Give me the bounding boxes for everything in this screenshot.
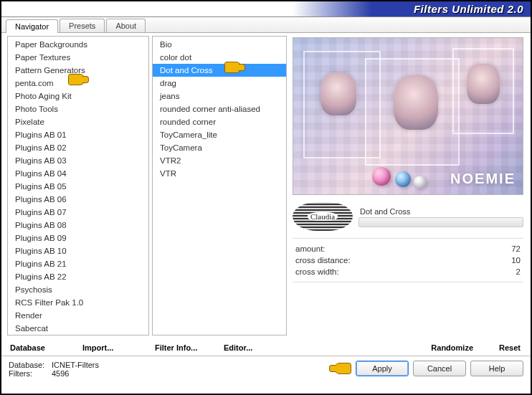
- filter-item[interactable]: VTR2: [153, 154, 286, 167]
- category-item[interactable]: Plugins AB 03: [8, 154, 148, 167]
- category-item[interactable]: Plugins AB 05: [8, 180, 148, 193]
- category-item[interactable]: Plugins AB 04: [8, 167, 148, 180]
- tab-presets[interactable]: Presets: [60, 19, 105, 32]
- filter-item[interactable]: color dot: [153, 51, 286, 64]
- param-header: Claudia Dot and Cross: [293, 201, 523, 232]
- category-item[interactable]: Photo Aging Kit: [8, 90, 148, 103]
- category-item[interactable]: penta.com: [8, 77, 148, 90]
- filter-item[interactable]: Bio: [153, 38, 286, 51]
- editor-button[interactable]: Editor...: [221, 341, 287, 354]
- category-item[interactable]: Plugins AB 01: [8, 128, 148, 141]
- category-column: Paper BackgroundsPaper TexturesPattern G…: [7, 36, 149, 356]
- param-value: 72: [511, 244, 521, 253]
- filter-item[interactable]: ToyCamera_lite: [153, 128, 286, 141]
- category-item[interactable]: Plugins AB 08: [8, 219, 148, 232]
- category-item[interactable]: Plugins AB 09: [8, 232, 148, 244]
- filters-count-value: 4596: [52, 369, 69, 378]
- category-item[interactable]: Plugins AB 07: [8, 206, 148, 219]
- app-title: Filters Unlimited 2.0: [414, 3, 523, 15]
- param-value: 10: [511, 256, 521, 265]
- category-item[interactable]: Photo Tools: [8, 103, 148, 115]
- filter-info-button[interactable]: Filter Info...: [152, 341, 218, 354]
- param-title: Dot and Cross: [358, 206, 523, 217]
- filter-list[interactable]: Biocolor dotDot and Crossdragjeansrounde…: [152, 36, 287, 335]
- filters-count-label: Filters:: [9, 369, 52, 378]
- separator: [293, 282, 523, 282]
- param-label: amount:: [295, 244, 326, 253]
- apply-button[interactable]: Apply: [356, 361, 409, 376]
- filter-item[interactable]: drag: [153, 77, 286, 90]
- preview-watermark: NOEMIE: [450, 171, 516, 187]
- filter-item[interactable]: Dot and Cross: [153, 64, 286, 77]
- randomize-button[interactable]: Randomize: [428, 341, 476, 354]
- param-progress: [358, 217, 523, 227]
- param-row-cross-distance[interactable]: cross distance: 10: [291, 254, 525, 266]
- category-item[interactable]: Render: [8, 309, 148, 322]
- title-bar: Filters Unlimited 2.0: [1, 1, 531, 17]
- param-label: cross width:: [295, 267, 339, 276]
- database-label: Database:: [9, 361, 52, 369]
- category-item[interactable]: Paper Backgrounds: [8, 38, 148, 51]
- filter-item[interactable]: ToyCamera: [153, 141, 286, 154]
- claudia-logo: Claudia: [293, 202, 353, 231]
- category-item[interactable]: Pixelate: [8, 115, 148, 128]
- category-item[interactable]: Pattern Generators: [8, 64, 148, 77]
- filter-item[interactable]: jeans: [153, 90, 286, 103]
- filter-item[interactable]: rounded corner: [153, 115, 286, 128]
- filter-item[interactable]: rounded corner anti-aliased: [153, 103, 286, 115]
- param-row-cross-width[interactable]: cross width: 2: [291, 266, 525, 277]
- database-value: ICNET-Filters: [52, 361, 99, 369]
- cancel-button[interactable]: Cancel: [413, 361, 466, 376]
- category-item[interactable]: Paper Textures: [8, 51, 148, 64]
- category-item[interactable]: RCS Filter Pak 1.0: [8, 296, 148, 309]
- preview-image: NOEMIE: [293, 37, 523, 195]
- reset-button[interactable]: Reset: [496, 341, 523, 354]
- param-value: 2: [516, 267, 521, 276]
- category-item[interactable]: Plugins AB 02: [8, 141, 148, 154]
- footer-info: Database: ICNET-Filters Filters: 4596: [9, 361, 99, 378]
- category-item[interactable]: Plugins AB 21: [8, 257, 148, 270]
- database-button[interactable]: Database: [7, 341, 77, 354]
- filter-item[interactable]: VTR: [153, 167, 286, 180]
- category-item[interactable]: Plugins AB 10: [8, 244, 148, 257]
- category-item[interactable]: Plugins AB 06: [8, 193, 148, 206]
- category-item[interactable]: Sabercat: [8, 322, 148, 335]
- filter-column: Biocolor dotDot and Crossdragjeansrounde…: [152, 36, 287, 356]
- category-item[interactable]: Plugins AB 22: [8, 270, 148, 283]
- tab-strip: Navigator Presets About: [1, 17, 531, 33]
- category-item[interactable]: Psychosis: [8, 283, 148, 296]
- category-item[interactable]: Sapphire Filters 01: [8, 335, 148, 335]
- category-list[interactable]: Paper BackgroundsPaper TexturesPattern G…: [7, 36, 149, 335]
- help-button[interactable]: Help: [470, 361, 523, 376]
- footer: Database: ICNET-Filters Filters: 4596 Ap…: [1, 356, 531, 391]
- pointer-icon: [334, 361, 354, 376]
- tab-navigator[interactable]: Navigator: [6, 19, 58, 33]
- import-button[interactable]: Import...: [80, 341, 149, 354]
- separator: [293, 238, 523, 239]
- preview-column: NOEMIE Claudia Dot and Cross amount: 72 …: [291, 36, 525, 356]
- param-label: cross distance:: [295, 256, 351, 265]
- main-panel: Paper BackgroundsPaper TexturesPattern G…: [1, 33, 531, 356]
- tab-about[interactable]: About: [106, 19, 146, 32]
- param-row-amount[interactable]: amount: 72: [291, 243, 525, 254]
